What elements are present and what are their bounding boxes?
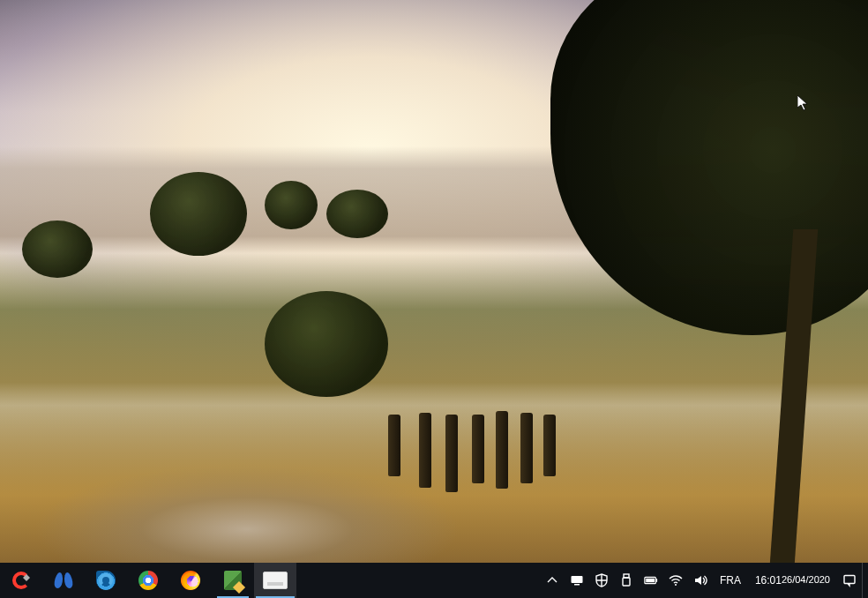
svg-rect-5: [656, 579, 657, 582]
firefox-icon: [181, 571, 200, 590]
taskbar: FRA 16:01 26/04/2020: [0, 563, 868, 598]
wallpaper-tree: [265, 291, 388, 397]
application-icon: [263, 572, 288, 589]
ccleaner-icon: [11, 571, 31, 590]
taskbar-app-malwarebytes[interactable]: [42, 563, 85, 598]
taskbar-app-firefox[interactable]: [169, 563, 212, 598]
tray-language-button[interactable]: FRA: [713, 563, 748, 598]
wallpaper-fence: [543, 415, 556, 476]
taskbar-tray: FRA 16:01 26/04/2020: [540, 563, 868, 598]
wallpaper-fence: [388, 415, 400, 476]
malwarebytes-icon: [54, 571, 73, 590]
chrome-icon: [138, 571, 158, 590]
tray-language-label: FRA: [720, 574, 741, 587]
svg-rect-3: [623, 578, 630, 586]
wallpaper-fence: [472, 415, 484, 483]
tray-clock-date: 26/04/2020: [782, 574, 830, 587]
tray-volume-icon[interactable]: [688, 563, 713, 598]
tray-usb-icon[interactable]: [614, 563, 639, 598]
wifi-icon: [669, 573, 683, 587]
text-editor-icon: [224, 571, 242, 590]
usb-icon: [619, 573, 633, 587]
taskbar-pinned-apps: [0, 563, 296, 598]
taskbar-app-chrome[interactable]: [127, 563, 169, 598]
tray-battery-icon[interactable]: [639, 563, 663, 598]
wallpaper-tree: [265, 181, 318, 229]
wallpaper-fence: [520, 413, 533, 483]
monitor-icon: [570, 573, 584, 587]
wallpaper-fence: [419, 413, 431, 488]
svg-rect-0: [571, 576, 582, 583]
svg-rect-6: [646, 579, 655, 582]
desktop[interactable]: [0, 0, 868, 563]
speaker-icon: [693, 573, 707, 587]
wallpaper-tree: [150, 172, 247, 256]
battery-icon: [644, 573, 658, 587]
svg-rect-1: [574, 584, 580, 586]
show-desktop-button[interactable]: [862, 563, 868, 598]
tray-wifi-icon[interactable]: [663, 563, 688, 598]
tray-security-icon[interactable]: [589, 563, 614, 598]
tray-clock[interactable]: 16:01 26/04/2020: [748, 563, 837, 598]
tray-clock-time: 16:01: [755, 574, 782, 587]
taskbar-app-edge[interactable]: [85, 563, 127, 598]
taskbar-app-active[interactable]: [254, 563, 296, 598]
tray-overflow-button[interactable]: [540, 563, 565, 598]
taskbar-app-texteditor[interactable]: [212, 563, 254, 598]
wallpaper-tree: [22, 221, 93, 278]
svg-point-7: [675, 584, 677, 586]
tray-action-center-button[interactable]: [837, 563, 862, 598]
notification-icon: [842, 573, 857, 587]
shield-icon: [595, 573, 609, 587]
wallpaper-fence: [445, 415, 458, 492]
edge-icon: [96, 571, 116, 590]
wallpaper-fence: [496, 411, 508, 489]
svg-rect-8: [844, 576, 855, 584]
taskbar-app-ccleaner[interactable]: [0, 563, 42, 598]
tray-display-icon[interactable]: [565, 563, 589, 598]
wallpaper-tree: [326, 190, 388, 238]
chevron-up-icon: [545, 573, 559, 587]
